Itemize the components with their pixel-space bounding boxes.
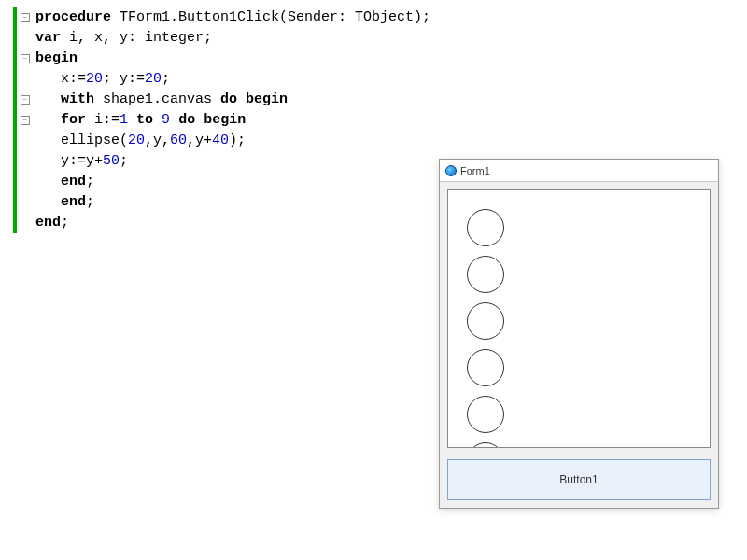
code-line: begin <box>35 49 430 69</box>
code-editor: − − − − procedure TForm1.Button1Click(Se… <box>13 7 430 233</box>
window-titlebar[interactable]: Form1 <box>440 160 718 182</box>
code-line: end; <box>35 172 430 192</box>
ellipse-icon <box>467 349 504 386</box>
code-lines[interactable]: procedure TForm1.Button1Click(Sender: TO… <box>32 7 430 233</box>
code-line: var i, x, y: integer; <box>35 28 430 49</box>
code-line: for i:=1 to 9 do begin <box>35 110 430 131</box>
code-line: with shape1.canvas do begin <box>35 90 430 110</box>
app-icon <box>445 165 457 176</box>
fold-gutter: − − − − <box>19 7 32 233</box>
button-label: Button1 <box>559 473 598 486</box>
button1[interactable]: Button1 <box>447 459 711 500</box>
code-line: ellipse(20,y,60,y+40); <box>35 131 430 151</box>
fold-toggle-icon[interactable]: − <box>21 116 30 125</box>
code-line: procedure TForm1.Button1Click(Sender: TO… <box>35 7 430 28</box>
form-client-area: Button1 <box>440 182 718 508</box>
code-line: x:=20; y:=20; <box>35 69 430 90</box>
ellipse-icon <box>467 442 504 448</box>
ellipse-icon <box>467 396 504 433</box>
fold-toggle-icon[interactable]: − <box>21 54 30 63</box>
shape-canvas <box>447 189 711 448</box>
change-marker <box>13 7 17 233</box>
ellipse-icon <box>467 209 504 246</box>
fold-toggle-icon[interactable]: − <box>21 95 30 105</box>
form-designer-preview: Form1 Button1 <box>439 159 719 509</box>
code-line: y:=y+50; <box>35 151 430 172</box>
code-line: end; <box>35 192 430 213</box>
ellipse-icon <box>467 256 504 293</box>
ellipse-icon <box>467 302 504 340</box>
code-line: end; <box>35 213 430 233</box>
fold-toggle-icon[interactable]: − <box>21 13 30 22</box>
window-title: Form1 <box>460 165 490 176</box>
